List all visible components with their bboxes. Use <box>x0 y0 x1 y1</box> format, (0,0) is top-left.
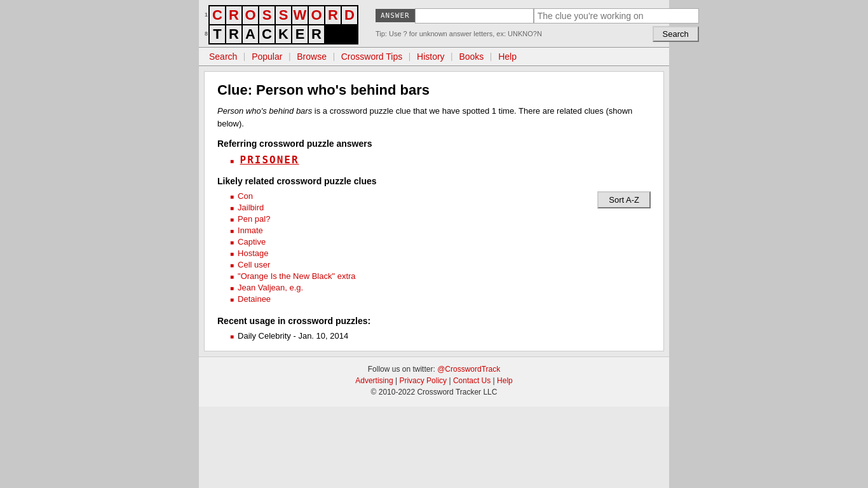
referring-answers-heading: Referring crossword puzzle answers <box>217 139 651 149</box>
nav-browse[interactable]: Browse <box>292 50 332 63</box>
page-title: Clue: Person who's behind bars <box>217 82 651 98</box>
main-content: Clue: Person who's behind bars Person wh… <box>204 71 664 351</box>
clue-link[interactable]: Captive <box>238 237 266 247</box>
answer-input[interactable] <box>415 8 534 24</box>
follow-text: Follow us on twitter: <box>368 365 435 374</box>
clue-link[interactable]: Con <box>238 191 253 201</box>
nav-books[interactable]: Books <box>454 50 489 63</box>
related-clues-heading: Likely related crossword puzzle clues <box>217 176 651 186</box>
header: 1 C R O S S W O R D 8 T R A C K <box>199 0 669 47</box>
clue-link[interactable]: Detainee <box>238 294 271 304</box>
clue-link[interactable]: Pen pal? <box>238 214 270 224</box>
sort-button[interactable]: Sort A-Z <box>597 191 651 208</box>
answer-item: PRISONER <box>230 154 651 166</box>
clue-link[interactable]: Inmate <box>238 226 263 235</box>
twitter-link[interactable]: @CrosswordTrack <box>437 365 500 374</box>
nav-popular[interactable]: Popular <box>247 50 287 63</box>
footer-help[interactable]: Help <box>497 376 513 385</box>
logo-num1: 1 <box>204 6 209 25</box>
clue-item: Detainee <box>230 294 585 304</box>
nav: Search | Popular | Browse | Crossword Ti… <box>199 47 669 66</box>
nav-search[interactable]: Search <box>204 50 242 63</box>
clue-item: "Orange Is the New Black" extra <box>230 271 585 281</box>
search-button[interactable]: Search <box>653 26 699 42</box>
tip-text: Tip: Use ? for unknown answer letters, e… <box>376 30 542 37</box>
nav-crossword-tips[interactable]: Crossword Tips <box>336 50 407 63</box>
answer-list: PRISONER <box>217 154 651 166</box>
related-area: ConJailbirdPen pal?InmateCaptiveHostageC… <box>217 191 651 306</box>
footer-copyright: © 2010-2022 Crossword Tracker LLC <box>204 388 664 396</box>
nav-history[interactable]: History <box>412 50 450 63</box>
answer-link[interactable]: PRISONER <box>240 154 299 166</box>
footer-links-row: Advertising | Privacy Policy | Contact U… <box>204 376 664 385</box>
footer-privacy[interactable]: Privacy Policy <box>399 376 447 385</box>
clue-link[interactable]: Jailbird <box>238 203 264 212</box>
clue-item: Inmate <box>230 226 585 236</box>
search-area: ANSWER Tip: Use ? for unknown answer let… <box>369 8 699 42</box>
clue-item: Con <box>230 191 585 201</box>
logo-num2: 8 <box>204 25 209 44</box>
footer: Follow us on twitter: @CrosswordTrack Ad… <box>199 356 669 407</box>
clue-input[interactable] <box>534 8 699 24</box>
clue-item: Hostage <box>230 248 585 259</box>
clue-item: Pen pal? <box>230 214 585 224</box>
footer-advertising[interactable]: Advertising <box>355 376 393 385</box>
clue-link[interactable]: Jean Valjean, e.g. <box>238 283 303 292</box>
answer-label: ANSWER <box>376 9 415 22</box>
clues-list: ConJailbirdPen pal?InmateCaptiveHostageC… <box>217 191 585 306</box>
logo: 1 C R O S S W O R D 8 T R A C K <box>204 5 369 44</box>
recent-item: Daily Celebrity - Jan. 10, 2014 <box>230 331 651 341</box>
clue-description: Person who's behind bars is a crossword … <box>217 105 651 130</box>
clue-link[interactable]: Cell user <box>238 260 270 269</box>
clue-item: Jailbird <box>230 203 585 213</box>
footer-contact[interactable]: Contact Us <box>453 376 491 385</box>
nav-help[interactable]: Help <box>493 50 522 63</box>
clue-item: Captive <box>230 237 585 247</box>
recent-usage-list: Daily Celebrity - Jan. 10, 2014 <box>217 331 651 341</box>
clue-link[interactable]: "Orange Is the New Black" extra <box>238 271 356 281</box>
recent-usage-heading: Recent usage in crossword puzzles: <box>217 316 651 326</box>
footer-twitter-row: Follow us on twitter: @CrosswordTrack <box>204 365 664 374</box>
clue-link[interactable]: Hostage <box>238 248 268 258</box>
clue-item: Jean Valjean, e.g. <box>230 283 585 293</box>
clue-item: Cell user <box>230 260 585 270</box>
